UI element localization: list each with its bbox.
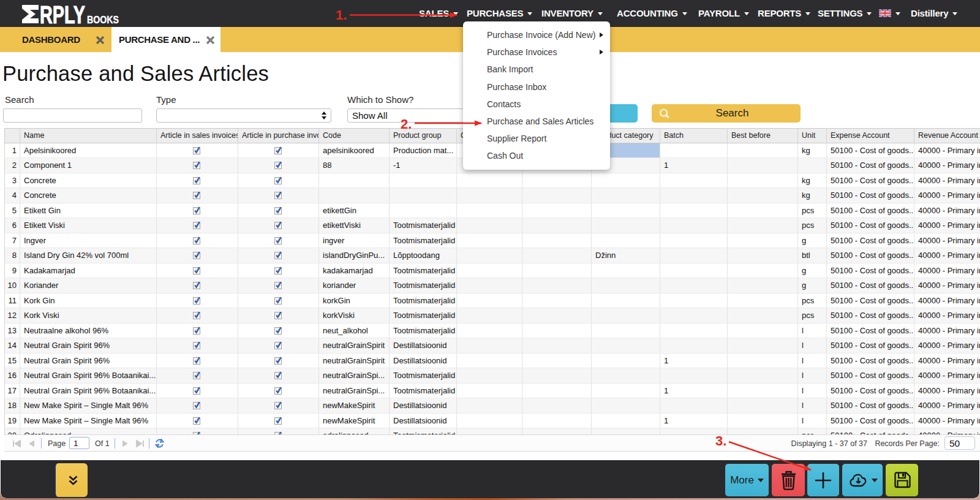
svg-text:RPLY: RPLY — [40, 4, 85, 25]
svg-text:BOOKS: BOOKS — [87, 14, 119, 25]
